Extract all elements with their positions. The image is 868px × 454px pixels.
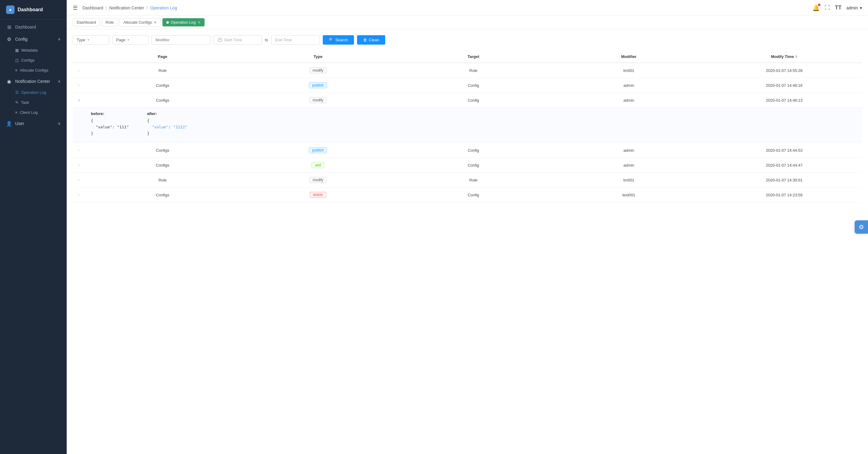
- row-2-page: Configs: [85, 98, 240, 103]
- row-3-expand-arrow-icon[interactable]: ›: [78, 148, 80, 152]
- bell-notification-dot: [818, 4, 820, 6]
- type-select[interactable]: Type ▾: [73, 35, 109, 45]
- sidebar-item-task[interactable]: ✎ Task: [0, 97, 67, 108]
- breadcrumb-sep-2: /: [147, 5, 148, 10]
- metadata-icon: ▦: [15, 48, 19, 53]
- search-button[interactable]: 🔍 Search: [323, 35, 354, 45]
- row-2-time: 2020-01-07 14:46:13: [707, 98, 862, 103]
- table-row[interactable]: › Configs publish Config admin 2020-01-0…: [73, 78, 862, 92]
- expand-icon[interactable]: ⛶: [825, 4, 830, 11]
- notification-icon: ◉: [6, 78, 12, 84]
- row-2-before-col: before: { "value": "111" }: [91, 111, 129, 137]
- row-4-type: add: [240, 162, 396, 168]
- sidebar-sub-label-configs: Configs: [21, 58, 35, 62]
- table-row[interactable]: › Role modify Role tm001 2020-01-07 14:3…: [73, 173, 862, 187]
- row-2-after-label: after:: [147, 111, 187, 116]
- sort-icon: ⇅: [795, 55, 797, 58]
- row-0-expand[interactable]: ›: [73, 68, 85, 73]
- table-row[interactable]: › Role modify Role tm001 2020-01-07 14:5…: [73, 63, 862, 78]
- end-time-picker[interactable]: End Time: [271, 35, 320, 45]
- row-5-time: 2020-01-07 14:30:01: [707, 178, 862, 182]
- user-icon: 👤: [6, 120, 12, 126]
- row-4-expand-arrow-icon[interactable]: ›: [78, 163, 80, 167]
- row-2-type: modify: [240, 97, 396, 103]
- sidebar-item-metadata[interactable]: ▦ Metadata: [0, 45, 67, 55]
- sidebar-item-config[interactable]: ⚙ Config ∧: [0, 33, 67, 45]
- sidebar-item-configs[interactable]: ◫ Configs: [0, 55, 67, 65]
- page-select[interactable]: Page ▾: [112, 35, 149, 45]
- modifier-input[interactable]: [152, 35, 210, 45]
- sidebar-item-notification-center[interactable]: ◉ Notification Center ∧: [0, 75, 67, 87]
- table-row[interactable]: › Configs add Config admin 2020-01-07 14…: [73, 158, 862, 172]
- sidebar-item-allocate-configs[interactable]: ≡ Allocate Configs: [0, 65, 67, 75]
- row-4-page: Configs: [85, 163, 240, 168]
- sidebar-item-user[interactable]: 👤 User ∨: [0, 117, 67, 130]
- settings-fab[interactable]: ⚙: [855, 220, 868, 234]
- allocate-icon: ≡: [15, 68, 18, 73]
- row-2-modifier: admin: [551, 98, 707, 103]
- row-1-time: 2020-01-07 14:46:16: [707, 83, 862, 88]
- sidebar-item-dashboard[interactable]: ⊞ Dashboard: [0, 21, 67, 33]
- sidebar-item-client-log[interactable]: ≡ Client Log: [0, 108, 67, 117]
- row-5-type: modify: [240, 177, 396, 183]
- row-1-expand[interactable]: ›: [73, 83, 85, 87]
- row-0-type: modify: [240, 67, 396, 74]
- th-page: Page: [85, 54, 240, 59]
- tab-dashboard-label: Dashboard: [77, 20, 96, 25]
- tab-allocate-close-icon[interactable]: ✕: [154, 20, 157, 25]
- row-0-target: Role: [396, 68, 551, 73]
- row-6-type-badge: delete: [310, 192, 327, 198]
- row-4-type-badge: add: [312, 162, 324, 168]
- tab-operation-log[interactable]: Operation Log ✕: [162, 18, 204, 26]
- header: ☰ Dashboard / Notification Center / Oper…: [67, 0, 868, 16]
- th-modifier: Modifier: [551, 54, 707, 59]
- row-4-expand[interactable]: ›: [73, 163, 85, 167]
- row-5-expand-arrow-icon[interactable]: ›: [78, 178, 80, 182]
- table-row[interactable]: › Configs publish Config admin 2020-01-0…: [73, 143, 862, 158]
- tab-operation-log-close-icon[interactable]: ✕: [197, 20, 200, 25]
- table-row[interactable]: ∨ Configs modify Config admin 2020-01-07…: [73, 93, 862, 108]
- type-select-value: Type: [77, 38, 85, 42]
- th-modify-time: Modify Time ⇅: [707, 54, 862, 59]
- row-6-expand[interactable]: ›: [73, 193, 85, 197]
- menu-icon[interactable]: ☰: [73, 4, 78, 11]
- row-5-expand[interactable]: ›: [73, 178, 85, 182]
- user-arrow-icon: ∨: [58, 121, 61, 125]
- font-size-icon[interactable]: TT: [835, 4, 842, 11]
- clean-button[interactable]: 🗑 Clean: [357, 35, 385, 45]
- row-2-expand[interactable]: ∨: [73, 98, 85, 102]
- tab-role[interactable]: Role: [102, 18, 118, 26]
- row-6-page: Configs: [85, 193, 240, 197]
- user-dropdown-icon: ▾: [860, 5, 862, 10]
- breadcrumb-dashboard[interactable]: Dashboard: [83, 5, 103, 10]
- end-time-placeholder: End Time: [275, 38, 292, 42]
- breadcrumb-operation-log[interactable]: Operation Log: [150, 5, 177, 10]
- fab-settings-icon: ⚙: [859, 223, 864, 231]
- row-2-after-col: after: { "value": "2222" }: [147, 111, 187, 137]
- row-3-expand[interactable]: ›: [73, 148, 85, 152]
- th-target: Target: [396, 54, 551, 59]
- row-2-expand-arrow-icon[interactable]: ∨: [78, 98, 80, 102]
- sidebar-item-operation-log[interactable]: ☰ Operation Log: [0, 87, 67, 97]
- table-row-wrap-2: ∨ Configs modify Config admin 2020-01-07…: [73, 93, 862, 143]
- breadcrumb-notification[interactable]: Notification Center: [109, 5, 144, 10]
- tab-dashboard[interactable]: Dashboard: [73, 18, 100, 26]
- tab-allocate-configs[interactable]: Allocate Configs ✕: [119, 18, 161, 26]
- configs-icon: ◫: [15, 58, 19, 62]
- sidebar-section-main: ⊞ Dashboard ⚙ Config ∧ ▦ Metadata ◫ Conf…: [0, 20, 67, 131]
- to-label: to: [265, 38, 268, 42]
- row-4-time: 2020-01-07 14:44:47: [707, 163, 862, 168]
- filter-bar: Type ▾ Page ▾ 🕐 Start Time to End Time 🔍…: [73, 35, 862, 45]
- row-6-expand-arrow-icon[interactable]: ›: [78, 193, 80, 197]
- user-menu[interactable]: admin ▾: [846, 5, 862, 10]
- row-1-type: publish: [240, 82, 396, 88]
- type-select-arrow-icon: ▾: [88, 38, 89, 42]
- table-row-wrap-3: › Configs publish Config admin 2020-01-0…: [73, 143, 862, 158]
- table-row[interactable]: › Configs delete Config test001 2020-01-…: [73, 188, 862, 202]
- row-0-type-badge: modify: [309, 67, 327, 74]
- start-time-picker[interactable]: 🕐 Start Time: [213, 35, 262, 45]
- row-6-target: Config: [396, 193, 551, 197]
- notification-bell-icon[interactable]: 🔔: [812, 4, 820, 11]
- row-1-expand-arrow-icon[interactable]: ›: [78, 83, 80, 87]
- row-0-expand-arrow-icon[interactable]: ›: [78, 68, 80, 73]
